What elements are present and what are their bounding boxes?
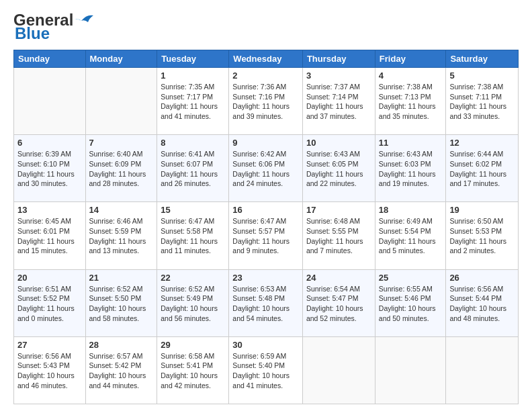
calendar-cell: 14Sunrise: 6:46 AM Sunset: 5:59 PM Dayli… <box>85 202 157 269</box>
day-info: Sunrise: 7:38 AM Sunset: 7:13 PM Dayligh… <box>379 82 443 122</box>
day-number: 3 <box>306 71 371 81</box>
calendar-week-row: 6Sunrise: 6:39 AM Sunset: 6:10 PM Daylig… <box>14 135 519 202</box>
calendar-cell: 16Sunrise: 6:47 AM Sunset: 5:57 PM Dayli… <box>229 202 303 269</box>
calendar-cell: 13Sunrise: 6:45 AM Sunset: 6:01 PM Dayli… <box>14 202 86 269</box>
calendar-cell: 27Sunrise: 6:56 AM Sunset: 5:43 PM Dayli… <box>14 336 86 404</box>
day-info: Sunrise: 6:43 AM Sunset: 6:03 PM Dayligh… <box>379 149 443 189</box>
calendar-cell: 3Sunrise: 7:37 AM Sunset: 7:14 PM Daylig… <box>302 68 375 135</box>
day-info: Sunrise: 6:59 AM Sunset: 5:40 PM Dayligh… <box>232 351 299 391</box>
calendar-cell: 11Sunrise: 6:43 AM Sunset: 6:03 PM Dayli… <box>375 135 446 202</box>
day-of-week-header: Monday <box>85 50 157 68</box>
calendar-cell: 29Sunrise: 6:58 AM Sunset: 5:41 PM Dayli… <box>157 336 229 404</box>
day-number: 28 <box>89 340 154 350</box>
logo-blue: Blue <box>15 24 50 43</box>
day-number: 19 <box>449 205 515 215</box>
day-info: Sunrise: 6:48 AM Sunset: 5:55 PM Dayligh… <box>306 216 371 256</box>
day-number: 9 <box>232 138 299 148</box>
calendar-cell: 30Sunrise: 6:59 AM Sunset: 5:40 PM Dayli… <box>229 336 303 404</box>
calendar-cell <box>446 336 519 404</box>
day-number: 7 <box>89 138 154 148</box>
day-info: Sunrise: 6:44 AM Sunset: 6:02 PM Dayligh… <box>449 149 515 189</box>
day-info: Sunrise: 6:45 AM Sunset: 6:01 PM Dayligh… <box>17 216 82 256</box>
day-number: 15 <box>161 205 225 215</box>
day-info: Sunrise: 7:36 AM Sunset: 7:16 PM Dayligh… <box>232 82 299 122</box>
calendar-cell: 28Sunrise: 6:57 AM Sunset: 5:42 PM Dayli… <box>85 336 157 404</box>
day-number: 11 <box>379 138 443 148</box>
day-number: 21 <box>89 273 154 283</box>
day-number: 10 <box>306 138 371 148</box>
day-number: 12 <box>449 138 515 148</box>
day-number: 17 <box>306 205 371 215</box>
day-of-week-header: Saturday <box>446 50 519 68</box>
calendar-week-row: 27Sunrise: 6:56 AM Sunset: 5:43 PM Dayli… <box>14 336 519 404</box>
day-info: Sunrise: 6:57 AM Sunset: 5:42 PM Dayligh… <box>89 351 154 391</box>
calendar-cell: 24Sunrise: 6:54 AM Sunset: 5:47 PM Dayli… <box>302 269 375 336</box>
day-info: Sunrise: 7:38 AM Sunset: 7:11 PM Dayligh… <box>449 82 515 122</box>
calendar-week-row: 13Sunrise: 6:45 AM Sunset: 6:01 PM Dayli… <box>14 202 519 269</box>
calendar-cell: 26Sunrise: 6:56 AM Sunset: 5:44 PM Dayli… <box>446 269 519 336</box>
calendar-cell: 8Sunrise: 6:41 AM Sunset: 6:07 PM Daylig… <box>157 135 229 202</box>
day-of-week-header: Thursday <box>302 50 375 68</box>
day-of-week-header: Tuesday <box>157 50 229 68</box>
day-number: 14 <box>89 205 154 215</box>
calendar-cell: 21Sunrise: 6:52 AM Sunset: 5:50 PM Dayli… <box>85 269 157 336</box>
calendar-cell: 18Sunrise: 6:49 AM Sunset: 5:54 PM Dayli… <box>375 202 446 269</box>
day-info: Sunrise: 6:47 AM Sunset: 5:57 PM Dayligh… <box>232 216 299 256</box>
logo-bird-icon <box>75 13 93 28</box>
day-number: 2 <box>232 71 299 81</box>
calendar-cell: 1Sunrise: 7:35 AM Sunset: 7:17 PM Daylig… <box>157 68 229 135</box>
day-info: Sunrise: 6:51 AM Sunset: 5:52 PM Dayligh… <box>17 284 82 324</box>
calendar-cell: 12Sunrise: 6:44 AM Sunset: 6:02 PM Dayli… <box>446 135 519 202</box>
day-number: 4 <box>379 71 443 81</box>
day-number: 27 <box>17 340 82 350</box>
day-info: Sunrise: 6:53 AM Sunset: 5:48 PM Dayligh… <box>232 284 299 324</box>
calendar-cell: 25Sunrise: 6:55 AM Sunset: 5:46 PM Dayli… <box>375 269 446 336</box>
calendar-cell: 19Sunrise: 6:50 AM Sunset: 5:53 PM Dayli… <box>446 202 519 269</box>
day-info: Sunrise: 6:55 AM Sunset: 5:46 PM Dayligh… <box>379 284 443 324</box>
day-number: 6 <box>17 138 82 148</box>
day-number: 5 <box>449 71 515 81</box>
calendar-cell: 20Sunrise: 6:51 AM Sunset: 5:52 PM Dayli… <box>14 269 86 336</box>
day-info: Sunrise: 6:56 AM Sunset: 5:43 PM Dayligh… <box>17 351 82 391</box>
calendar-cell: 2Sunrise: 7:36 AM Sunset: 7:16 PM Daylig… <box>229 68 303 135</box>
day-number: 24 <box>306 273 371 283</box>
day-number: 30 <box>232 340 299 350</box>
calendar-cell: 9Sunrise: 6:42 AM Sunset: 6:06 PM Daylig… <box>229 135 303 202</box>
day-info: Sunrise: 6:58 AM Sunset: 5:41 PM Dayligh… <box>161 351 225 391</box>
day-info: Sunrise: 7:37 AM Sunset: 7:14 PM Dayligh… <box>306 82 371 122</box>
day-info: Sunrise: 6:52 AM Sunset: 5:49 PM Dayligh… <box>161 284 225 324</box>
calendar-cell: 7Sunrise: 6:40 AM Sunset: 6:09 PM Daylig… <box>85 135 157 202</box>
day-number: 20 <box>17 273 82 283</box>
calendar-cell <box>14 68 86 135</box>
calendar-week-row: 20Sunrise: 6:51 AM Sunset: 5:52 PM Dayli… <box>14 269 519 336</box>
day-info: Sunrise: 6:56 AM Sunset: 5:44 PM Dayligh… <box>449 284 515 324</box>
day-number: 26 <box>449 273 515 283</box>
calendar-cell: 5Sunrise: 7:38 AM Sunset: 7:11 PM Daylig… <box>446 68 519 135</box>
calendar-cell: 10Sunrise: 6:43 AM Sunset: 6:05 PM Dayli… <box>302 135 375 202</box>
day-info: Sunrise: 6:41 AM Sunset: 6:07 PM Dayligh… <box>161 149 225 189</box>
calendar-cell <box>375 336 446 404</box>
day-number: 13 <box>17 205 82 215</box>
day-number: 1 <box>161 71 225 81</box>
day-number: 8 <box>161 138 225 148</box>
day-info: Sunrise: 6:49 AM Sunset: 5:54 PM Dayligh… <box>379 216 443 256</box>
calendar-week-row: 1Sunrise: 7:35 AM Sunset: 7:17 PM Daylig… <box>14 68 519 135</box>
calendar-cell: 6Sunrise: 6:39 AM Sunset: 6:10 PM Daylig… <box>14 135 86 202</box>
day-of-week-header: Sunday <box>14 50 86 68</box>
day-of-week-header: Friday <box>375 50 446 68</box>
calendar-cell: 15Sunrise: 6:47 AM Sunset: 5:58 PM Dayli… <box>157 202 229 269</box>
day-info: Sunrise: 6:46 AM Sunset: 5:59 PM Dayligh… <box>89 216 154 256</box>
day-info: Sunrise: 6:39 AM Sunset: 6:10 PM Dayligh… <box>17 149 82 189</box>
day-info: Sunrise: 6:40 AM Sunset: 6:09 PM Dayligh… <box>89 149 154 189</box>
page-header: General Blue <box>13 11 519 43</box>
day-info: Sunrise: 6:50 AM Sunset: 5:53 PM Dayligh… <box>449 216 515 256</box>
calendar-cell: 17Sunrise: 6:48 AM Sunset: 5:55 PM Dayli… <box>302 202 375 269</box>
calendar-cell: 23Sunrise: 6:53 AM Sunset: 5:48 PM Dayli… <box>229 269 303 336</box>
day-of-week-header: Wednesday <box>229 50 303 68</box>
logo: General Blue <box>13 11 93 43</box>
calendar-cell <box>302 336 375 404</box>
calendar-cell: 22Sunrise: 6:52 AM Sunset: 5:49 PM Dayli… <box>157 269 229 336</box>
day-number: 29 <box>161 340 225 350</box>
day-info: Sunrise: 6:54 AM Sunset: 5:47 PM Dayligh… <box>306 284 371 324</box>
calendar-cell: 4Sunrise: 7:38 AM Sunset: 7:13 PM Daylig… <box>375 68 446 135</box>
